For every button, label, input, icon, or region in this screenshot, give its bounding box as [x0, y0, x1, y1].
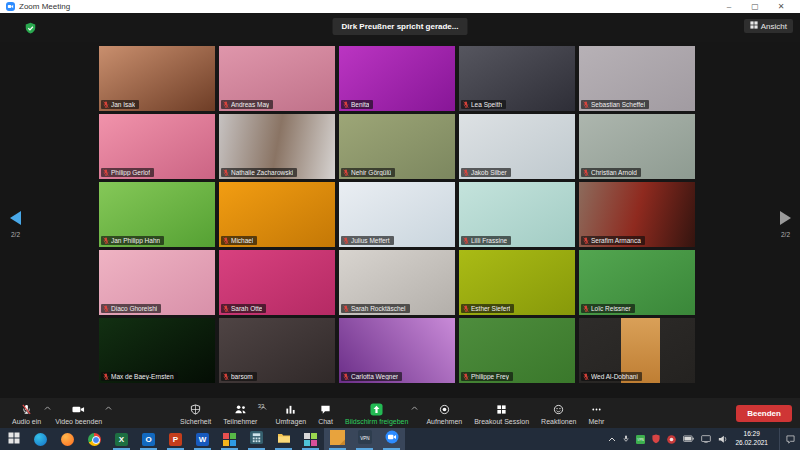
taskbar-app-app-grid[interactable] — [297, 428, 324, 450]
participant-name: Max de Baey-Ernsten — [111, 373, 174, 380]
video-tile-14[interactable]: Lilli Frassine — [459, 182, 575, 247]
muted-mic-icon — [583, 101, 589, 109]
muted-mic-icon — [223, 373, 229, 381]
video-tile-19[interactable]: Esther Siefert — [459, 250, 575, 315]
toolbar-more-button[interactable]: Mehr — [585, 401, 609, 426]
participant-name: Sarah Rocktäschel — [351, 305, 406, 312]
video-tile-13[interactable]: Julius Meffert — [339, 182, 455, 247]
zoom-window-icon — [6, 2, 15, 11]
taskbar-app-edge[interactable] — [27, 428, 54, 450]
page-indicator-left: 2/2 — [10, 231, 21, 238]
participant-name-tag: Jakob Silber — [461, 168, 511, 178]
video-tile-25[interactable]: Wed Al-Dobhani — [579, 318, 695, 383]
taskbar-app-outlook[interactable]: O — [135, 428, 162, 450]
video-tile-9[interactable]: Jakob Silber — [459, 114, 575, 179]
video-tile-17[interactable]: Sarah Otte — [219, 250, 335, 315]
video-tile-15[interactable]: Serafim Armanca — [579, 182, 695, 247]
video-tile-22[interactable]: barsom — [219, 318, 335, 383]
tray-antivirus-icon[interactable] — [667, 435, 676, 444]
video-gallery-area: Jan Isak Andreas May Benita Lea Speith S… — [0, 42, 800, 398]
video-tile-16[interactable]: Diaco Ghoreishi — [99, 250, 215, 315]
video-tile-18[interactable]: Sarah Rocktäschel — [339, 250, 455, 315]
meeting-header: Dirk Preußner spricht gerade... Ansicht — [0, 13, 800, 42]
taskbar-app-calculator[interactable] — [243, 428, 270, 450]
taskbar-app-sticky-notes[interactable] — [324, 428, 351, 450]
taskbar-app-chrome[interactable] — [81, 428, 108, 450]
video-tile-8[interactable]: Nehir Görgülü — [339, 114, 455, 179]
toolbar-button-label: Chat — [318, 418, 333, 425]
toolbar-button-label: Teilnehmer — [223, 418, 257, 425]
taskbar-app-vpn[interactable]: VPN — [351, 428, 378, 450]
participant-name-tag: Nehir Görgülü — [341, 168, 395, 178]
muted-mic-icon — [343, 237, 349, 245]
toolbar-reactions-button[interactable]: Reaktionen — [537, 401, 580, 426]
video-tile-23[interactable]: Carlotta Wegner — [339, 318, 455, 383]
previous-page-arrow-icon[interactable] — [10, 211, 21, 225]
toolbar-polls-button[interactable]: Umfragen — [271, 401, 310, 426]
previous-page-control[interactable]: 2/2 — [10, 211, 21, 238]
participant-name: Wed Al-Dobhani — [591, 373, 638, 380]
participant-name-tag: Sarah Rocktäschel — [341, 304, 410, 314]
toolbar-participants-button[interactable]: 33Teilnehmer — [219, 401, 261, 426]
toolbar-video-button[interactable]: Video beenden — [51, 401, 106, 426]
video-tile-12[interactable]: Michael — [219, 182, 335, 247]
taskbar-app-firefox[interactable] — [54, 428, 81, 450]
taskbar-app-office-grid[interactable] — [216, 428, 243, 450]
taskbar-app-explorer[interactable] — [270, 428, 297, 450]
end-meeting-button[interactable]: Beenden — [736, 405, 792, 422]
video-tile-10[interactable]: Christian Arnold — [579, 114, 695, 179]
toolbar-share-chevron-up-icon[interactable] — [411, 406, 418, 410]
minimize-button[interactable]: – — [716, 0, 742, 13]
toolbar-video-chevron-up-icon[interactable] — [105, 406, 112, 410]
action-center-icon[interactable] — [779, 428, 795, 450]
tray-chevron-up-icon[interactable] — [608, 437, 616, 442]
video-tile-6[interactable]: Philipp Gerlof — [99, 114, 215, 179]
toolbar-share-button[interactable]: Bildschirm freigeben — [341, 401, 412, 426]
participant-name: Andreas May — [231, 101, 269, 108]
video-tile-7[interactable]: Nathalie Zacharowski — [219, 114, 335, 179]
next-page-control[interactable]: 2/2 — [780, 211, 791, 238]
video-tile-21[interactable]: Max de Baey-Ernsten — [99, 318, 215, 383]
video-tile-11[interactable]: Jan Philipp Hahn — [99, 182, 215, 247]
maximize-button[interactable]: ▢ — [742, 0, 768, 13]
close-button[interactable]: ✕ — [768, 0, 794, 13]
tray-vpn-icon[interactable]: VPN — [636, 435, 645, 444]
taskbar-app-zoom[interactable] — [378, 428, 405, 450]
tray-mic-icon[interactable] — [623, 435, 629, 443]
svg-text:VPN: VPN — [360, 436, 369, 441]
encryption-shield-icon[interactable] — [24, 21, 37, 34]
video-tile-3[interactable]: Benita — [339, 46, 455, 111]
video-tile-4[interactable]: Lea Speith — [459, 46, 575, 111]
taskbar-app-word[interactable]: W — [189, 428, 216, 450]
sticky-notes-icon — [330, 430, 345, 449]
toolbar-breakout-button[interactable]: Breakout Session — [470, 401, 533, 426]
taskbar-app-powerpoint[interactable]: P — [162, 428, 189, 450]
toolbar-audio-chevron-up-icon[interactable] — [44, 406, 51, 410]
video-tile-24[interactable]: Philippe Frey — [459, 318, 575, 383]
video-tile-20[interactable]: Loïc Reissner — [579, 250, 695, 315]
participant-name: Nehir Görgülü — [351, 169, 391, 176]
edge-icon — [34, 433, 47, 446]
reactions-icon — [553, 403, 564, 417]
meeting-toolbar: Audio einVideo beenden Sicherheit33Teiln… — [0, 398, 800, 428]
tray-monitor-icon[interactable] — [701, 435, 711, 443]
next-page-arrow-icon[interactable] — [780, 211, 791, 225]
taskbar-app-excel[interactable]: X — [108, 428, 135, 450]
toolbar-security-button[interactable]: Sicherheit — [176, 401, 215, 426]
tray-battery-icon[interactable] — [683, 435, 694, 442]
video-tile-2[interactable]: Andreas May — [219, 46, 335, 111]
toolbar-chat-button[interactable]: Chat — [314, 401, 337, 426]
toolbar-record-button[interactable]: Aufnehmen — [422, 401, 466, 426]
view-button[interactable]: Ansicht — [744, 19, 793, 33]
video-tile-5[interactable]: Sebastian Scheffel — [579, 46, 695, 111]
tray-speaker-icon[interactable] — [718, 435, 728, 443]
muted-mic-icon — [223, 237, 229, 245]
toolbar-button-label: Aufnehmen — [426, 418, 462, 425]
taskbar-app-start[interactable] — [0, 428, 27, 450]
toolbar-audio-button[interactable]: Audio ein — [8, 401, 45, 426]
taskbar-clock[interactable]: 16:29 26.02.2021 — [735, 430, 768, 448]
participant-name-tag: Jan Isak — [101, 100, 139, 110]
video-tile-1[interactable]: Jan Isak — [99, 46, 215, 111]
tray-shield-icon[interactable] — [652, 434, 660, 444]
speaking-notification: Dirk Preußner spricht gerade... — [333, 18, 468, 35]
